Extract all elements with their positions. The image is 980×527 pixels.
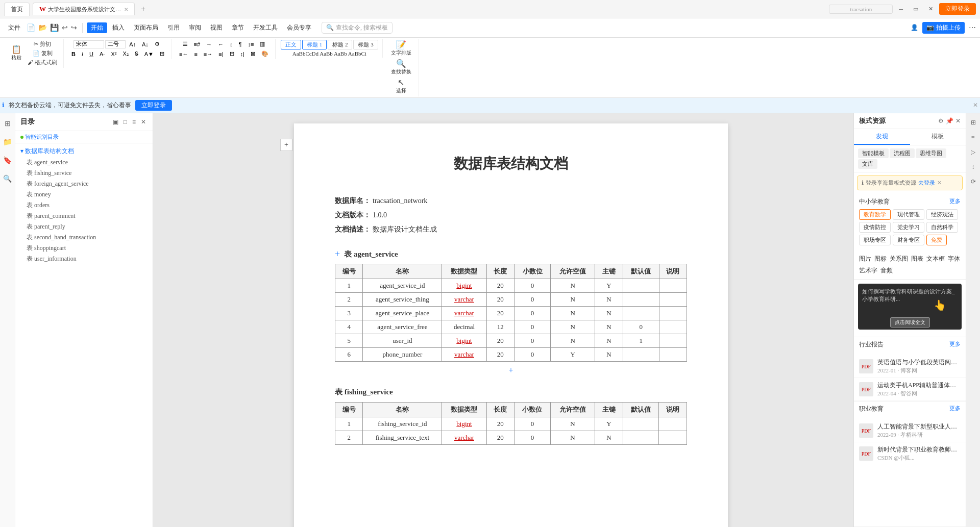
show-para-button[interactable]: ¶	[236, 40, 244, 48]
toc-item-9[interactable]: 表 user_information	[15, 254, 153, 264]
save-icon[interactable]: 💾	[49, 22, 60, 33]
far-right-btn-1[interactable]: ⊞	[969, 117, 977, 128]
toc-item-1[interactable]: 表 fishing_service	[15, 168, 153, 179]
paragraph-settings-button[interactable]: ↕|	[238, 50, 247, 58]
columns-button[interactable]: ⊟	[227, 49, 237, 58]
cut-button[interactable]: ✂ 剪切	[26, 40, 59, 48]
tag-3[interactable]: 疫情防控	[859, 222, 891, 233]
page-layout-tab[interactable]: 页面布局	[130, 22, 162, 33]
notice-close-icon[interactable]: ✕	[973, 102, 978, 109]
justify-button[interactable]: ≡|	[216, 50, 226, 58]
list-button[interactable]: ☰	[180, 40, 190, 48]
toc-ai-button[interactable]: 智能识别目录	[20, 133, 59, 141]
toc-collapse-button[interactable]: ▣	[111, 118, 120, 126]
sort-button[interactable]: ↕	[227, 40, 235, 48]
border-button[interactable]: ⊞	[157, 49, 167, 58]
line-spacing-button[interactable]: ↕≡	[245, 40, 256, 48]
upload-button[interactable]: 📷 拍摄上传	[922, 22, 965, 34]
strikethrough-button[interactable]: S̶	[132, 49, 141, 58]
start-tab[interactable]: 开始	[87, 22, 107, 33]
save-login-button[interactable]: 立即登录	[135, 100, 172, 111]
user-avatar[interactable]: 👤	[911, 24, 918, 32]
section-audio[interactable]: 音频	[880, 266, 893, 275]
tab-doc[interactable]: W 大学生校园服务系统设计文档1.1 ✕	[33, 3, 135, 15]
toc-item-2[interactable]: 表 foreign_agent_service	[15, 179, 153, 189]
toc-item-4[interactable]: 表 orders	[15, 200, 153, 211]
section-art[interactable]: 艺术字	[859, 266, 877, 275]
developer-tab[interactable]: 开发工具	[249, 22, 282, 33]
tab-add-button[interactable]: +	[138, 4, 149, 15]
find-replace-button[interactable]: 🔍 查找替换	[388, 59, 414, 77]
tag-5[interactable]: 自然科学	[926, 222, 958, 233]
folder-icon[interactable]: 📁	[2, 136, 14, 148]
more-icon[interactable]: ⋯	[969, 23, 976, 32]
tab-close-icon[interactable]: ✕	[124, 7, 128, 12]
section-image[interactable]: 图片	[859, 255, 871, 263]
reference-tab[interactable]: 引用	[163, 22, 184, 33]
style-heading2-chip[interactable]: 标题 2	[328, 40, 352, 49]
far-right-btn-5[interactable]: ⟳	[969, 177, 977, 187]
section-table[interactable]: 图表	[911, 255, 923, 263]
restore-button[interactable]: ▭	[909, 5, 922, 13]
decrease-font-button[interactable]: A↓	[139, 40, 151, 48]
bookmark-icon[interactable]: 🔖	[2, 154, 14, 166]
tag-7[interactable]: 财务专区	[893, 235, 924, 245]
toc-list-button[interactable]: ≡	[131, 118, 137, 126]
browser-login-button[interactable]: 立即登录	[939, 3, 976, 15]
view-tab[interactable]: 视图	[206, 22, 227, 33]
tag-1[interactable]: 现代管理	[893, 209, 924, 220]
file-menu-button[interactable]: 文件	[4, 22, 24, 33]
add-row-button-table1[interactable]: +	[335, 366, 687, 375]
tag-2[interactable]: 经济观法	[926, 209, 958, 220]
subscript-button[interactable]: X₂	[120, 49, 131, 58]
home-icon[interactable]: ⊞	[2, 117, 14, 130]
font-size-selector[interactable]	[105, 40, 126, 48]
toc-item-0[interactable]: 表 agent_service	[15, 157, 153, 168]
toc-item-6[interactable]: 表 parent_reply	[15, 221, 153, 232]
highlight-button[interactable]: A▼	[142, 50, 156, 58]
paste-button[interactable]: 📋 粘贴	[8, 44, 24, 62]
add-row-before-table1-button[interactable]: +	[335, 249, 340, 260]
subtab-library[interactable]: 文库	[858, 159, 877, 169]
toc-close-button[interactable]: ✕	[139, 118, 148, 126]
read-full-button[interactable]: 点击阅读全文	[890, 317, 930, 328]
bold-button[interactable]: B	[69, 50, 78, 58]
vocation-more[interactable]: 更多	[949, 405, 961, 413]
minimize-button[interactable]: ─	[895, 5, 907, 13]
rp-settings-button[interactable]: ⚙	[938, 117, 944, 124]
tag-6[interactable]: 职场专区	[859, 235, 891, 245]
style-normal-chip[interactable]: 正文	[281, 40, 301, 49]
section-font[interactable]: 字体	[948, 255, 960, 263]
font-settings-button[interactable]: ⚙	[152, 40, 162, 48]
tab-template[interactable]: 模板	[910, 129, 966, 145]
select-button[interactable]: ↖ 选择	[393, 78, 409, 95]
tag-0[interactable]: 教育数学	[859, 209, 891, 220]
subtab-mindmap[interactable]: 思维导图	[916, 148, 946, 158]
tab-discover[interactable]: 发现	[854, 129, 910, 145]
report-item-0[interactable]: PDF 英语值语与小学低段英语阅课教学研究.pdf 2022-01 · 博客网	[854, 355, 966, 378]
search-sidebar-icon[interactable]: 🔍	[2, 172, 14, 185]
italic-button[interactable]: I	[79, 50, 86, 58]
tag-4[interactable]: 党史学习	[893, 222, 924, 233]
toc-expand-button[interactable]: □	[122, 118, 129, 126]
rp-close-button[interactable]: ✕	[955, 117, 961, 124]
toc-item-7[interactable]: 表 second_hand_transaction	[15, 232, 153, 243]
section-icon[interactable]: 图标	[874, 255, 887, 263]
align-center-button[interactable]: ≡	[191, 50, 200, 58]
report-item-1[interactable]: PDF 运动类手机APP辅助普通体育教学研究.pdf 2022-04 · 智谷网	[854, 378, 966, 401]
align-right-button[interactable]: ≡→	[201, 50, 215, 58]
tag-8[interactable]: 免费	[926, 235, 947, 245]
text-arrange-button[interactable]: 📝 文字排版	[388, 40, 414, 58]
subtab-flowchart[interactable]: 流程图	[890, 148, 915, 158]
toc-section-main[interactable]: ▾ 数据库表结构文档	[15, 145, 153, 157]
shading-button[interactable]: ▥	[257, 40, 267, 48]
primary-edu-more[interactable]: 更多	[949, 197, 961, 206]
far-right-btn-2[interactable]: ≡	[970, 132, 976, 143]
superscript-button[interactable]: X²	[108, 50, 119, 58]
rp-pin-button[interactable]: 📌	[946, 117, 953, 124]
style-heading1-chip[interactable]: 标题 1	[302, 40, 327, 49]
section-relation[interactable]: 关系图	[890, 255, 908, 263]
new-doc-icon[interactable]: 📄	[26, 22, 36, 33]
goto-login-link[interactable]: 去登录	[918, 179, 935, 187]
member-tab[interactable]: 会员专享	[283, 22, 315, 33]
